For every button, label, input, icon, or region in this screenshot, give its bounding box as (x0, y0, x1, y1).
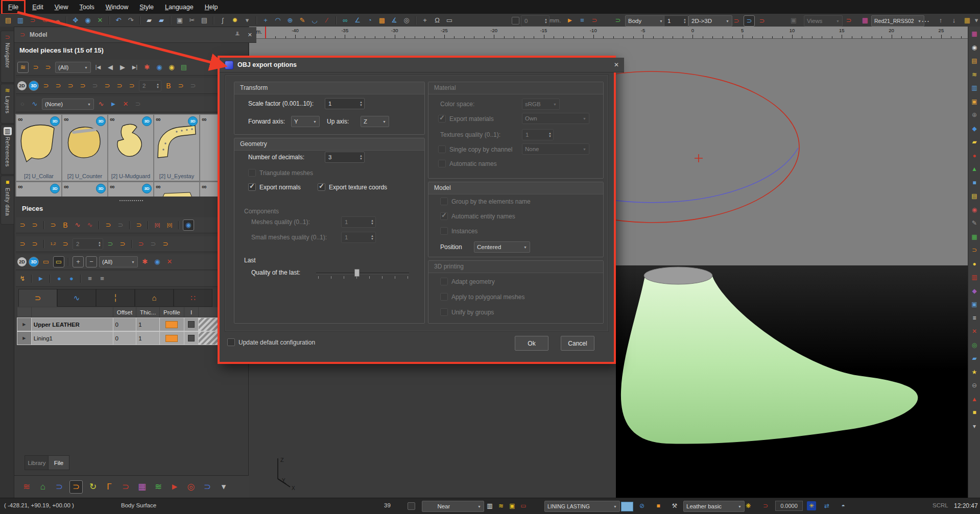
adapt-geometry-checkbox[interactable] (440, 278, 448, 285)
shoe-tray-icon[interactable]: ⊃ (119, 481, 132, 493)
right-tool-orbit-icon[interactable]: ⊕ (970, 111, 978, 119)
piece-cut-icon[interactable]: ⊃ (160, 239, 171, 249)
piece-number-icon[interactable]: 1,2 (48, 239, 58, 249)
move-icon[interactable]: + (420, 15, 430, 26)
column-offset[interactable]: Offset (113, 307, 137, 317)
menu-view[interactable]: View (49, 1, 74, 13)
material-dropdown[interactable]: Leather basic (683, 501, 745, 512)
light-add-icon[interactable]: ✹ (230, 15, 240, 26)
ok-button[interactable]: Ok (515, 336, 548, 351)
toolbar-checkbox[interactable] (512, 17, 519, 25)
update-default-config-checkbox[interactable] (227, 338, 235, 346)
target-icon[interactable]: ◎ (401, 15, 412, 26)
dropdown-caret-icon[interactable]: ▾ (242, 15, 252, 26)
measure-flash-icon[interactable]: ↯ (17, 274, 28, 284)
tab-lines[interactable]: ∿ (57, 289, 96, 307)
export-normals-checkbox[interactable] (248, 183, 256, 191)
eraser-add-icon[interactable]: ▰ (156, 15, 166, 26)
arrow-down-icon[interactable]: ↓ (949, 15, 959, 26)
zoom-in-icon[interactable]: + (73, 256, 84, 267)
select-flag-icon[interactable]: ► (565, 15, 575, 26)
menu-tools[interactable]: Tools (74, 1, 100, 13)
crop-icon[interactable]: ▭ (519, 501, 528, 510)
clip-piece-icon[interactable]: ⊃ (31, 62, 41, 72)
palette-add-icon[interactable]: ▦ (962, 15, 972, 26)
triangulate-meshes-checkbox[interactable] (248, 169, 256, 177)
export-pieces-icon[interactable]: ▤ (179, 62, 189, 72)
pieces-group-icon[interactable]: ⊃ (43, 62, 53, 72)
body-dropdown[interactable]: Body (625, 15, 666, 27)
bold-piece-icon[interactable]: B (163, 81, 174, 91)
piece-disabled-icon[interactable]: ⊃ (90, 81, 100, 91)
right-tool-dot-icon[interactable]: ● (970, 152, 978, 160)
layer-name[interactable]: Upper LEATHER (32, 317, 113, 331)
column-profile[interactable]: Profile (160, 307, 184, 317)
column-thickness[interactable]: Thic... (136, 307, 160, 317)
right-tool-target-icon[interactable]: ◉ (970, 206, 978, 214)
menu-file[interactable]: File (3, 1, 24, 13)
piece-visibility-icon[interactable]: ◉ (183, 219, 194, 231)
piece-thumbnail[interactable]: ∞ (154, 182, 200, 197)
piece-thumbnail[interactable]: ∞ 3D [2] U_Eyestay (154, 114, 200, 181)
right-tool-tri-icon[interactable]: ▲ (970, 165, 978, 173)
tab-last[interactable]: ⌂ (135, 289, 174, 307)
right-tool-close-icon[interactable]: ✕ (970, 327, 978, 335)
export-materials-checkbox[interactable] (438, 115, 446, 123)
column-i[interactable]: I (184, 307, 199, 317)
viewport-lower-background[interactable] (249, 362, 616, 498)
select-table-icon[interactable]: ► (36, 274, 46, 284)
zero-count-x-icon[interactable]: [0] (164, 220, 175, 230)
measure-add-icon[interactable]: + (260, 15, 271, 26)
next-piece-icon[interactable]: ▶ (117, 62, 128, 72)
piece-add-last-icon[interactable]: ⊃ (65, 81, 76, 91)
toolbar-caret-icon[interactable]: ▾ (971, 15, 980, 26)
lock-tool-icon[interactable]: ▩ (377, 15, 387, 26)
piece-remove-icon[interactable]: ⊃ (30, 220, 40, 230)
right-tool-layers-icon[interactable]: ≋ (970, 70, 978, 79)
zoom-tool-icon[interactable]: ◉ (83, 15, 93, 26)
panel-hazard-icon[interactable]: ▭ (53, 256, 64, 267)
model-list-icon[interactable]: ≋ (20, 481, 33, 493)
piece-copy-icon[interactable]: ⊃ (103, 220, 113, 230)
piece-swap-icon[interactable]: ⊃ (127, 81, 137, 91)
viewport-3d-background[interactable] (616, 265, 968, 498)
up-axis-dropdown[interactable]: Z (361, 116, 389, 127)
right-tool-eraser2-icon[interactable]: ▰ (970, 354, 978, 362)
show-add-icon[interactable]: ◉ (166, 62, 177, 72)
right-tool-pencil-icon[interactable]: ✎ (970, 219, 978, 227)
piece-add-icon[interactable]: ⊃ (17, 239, 28, 249)
panel-close-icon[interactable]: ✕ (248, 32, 252, 38)
status-checkbox[interactable] (408, 502, 415, 510)
dialog-close-icon[interactable]: ✕ (614, 61, 619, 68)
forward-axis-dropdown[interactable]: Y (291, 116, 320, 127)
save-icon[interactable]: ▥ (15, 15, 26, 26)
instances-checkbox[interactable] (440, 227, 448, 235)
turn-icon[interactable]: ↻ (87, 481, 99, 493)
menu-help[interactable]: Help (199, 1, 224, 13)
table-row[interactable]: ▶ Lining1 0 1 (17, 331, 228, 345)
eu-flag-icon[interactable]: ✳ (807, 501, 816, 510)
number-of-decimals-input[interactable]: 3 (325, 152, 365, 163)
near-dropdown[interactable]: Near (422, 501, 484, 512)
i-cell[interactable] (184, 331, 199, 345)
right-tool-gem-icon[interactable]: ◆ (970, 125, 978, 133)
panel-splitter-handle[interactable] (15, 198, 247, 204)
offset-spinner[interactable]: 0 (521, 15, 549, 27)
shoe-pair-icon[interactable]: ⊃ (589, 15, 600, 26)
right-tool-piece-icon[interactable]: ⊃ (970, 246, 978, 254)
export-materials-dropdown[interactable]: Own (522, 113, 589, 124)
render-icon[interactable]: ◎ (185, 481, 197, 493)
arc-add-icon[interactable]: ◠ (273, 15, 283, 26)
sidebar-tab-entity-data[interactable]: ■ Entity data (1, 176, 14, 225)
shoe-add-icon[interactable]: ⊃ (844, 15, 854, 26)
pieces-all-dropdown[interactable]: (All) (99, 256, 138, 267)
sidebar-tab-references[interactable]: ▥ References (1, 125, 14, 175)
ruler-icon[interactable]: ∕ (322, 15, 332, 26)
line-filter-dropdown[interactable]: (None) (42, 99, 94, 110)
shoe-multi-icon[interactable]: ⊃ (731, 16, 742, 26)
line-red-icon[interactable]: ∿ (96, 99, 106, 109)
barcode-icon[interactable]: ▥ (485, 501, 494, 510)
show-selected-icon[interactable]: ◉ (154, 62, 164, 72)
curve-unlink-icon[interactable]: ∿ (85, 220, 95, 230)
piece-ghost-icon[interactable]: ⊃ (133, 99, 143, 109)
